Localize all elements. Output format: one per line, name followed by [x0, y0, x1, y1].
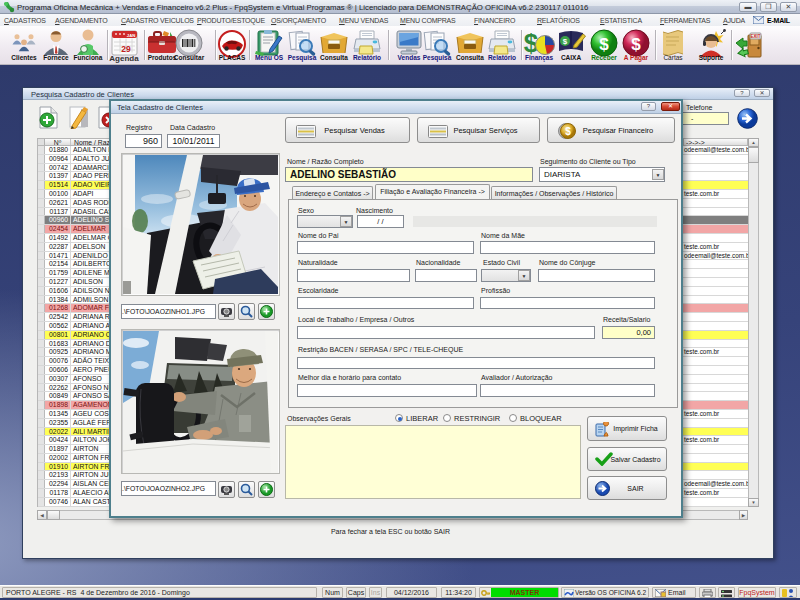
svg-text:29: 29: [121, 44, 131, 54]
svg-text:JAN: JAN: [127, 33, 135, 38]
svg-text:$: $: [565, 126, 571, 137]
svg-text:$: $: [599, 35, 609, 54]
svg-text:$: $: [631, 35, 641, 54]
svg-text:EXIT: EXIT: [750, 34, 760, 39]
svg-text:$: $: [563, 37, 568, 46]
